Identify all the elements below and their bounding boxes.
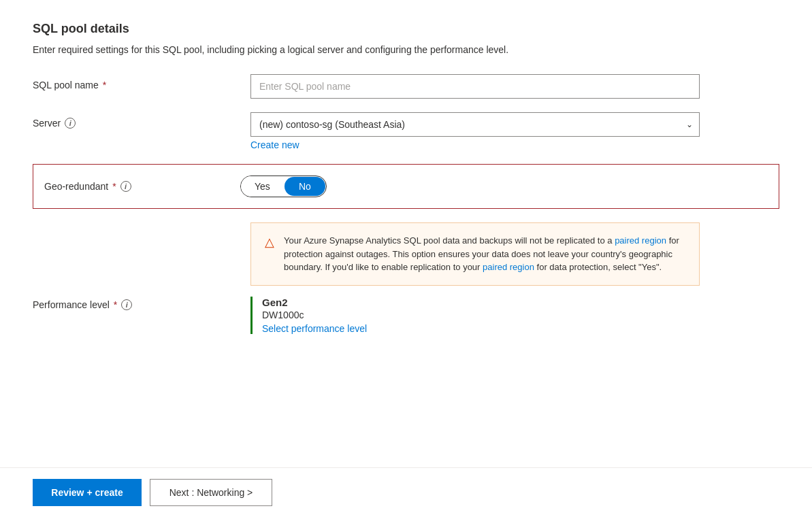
performance-level-row: Performance level * i Gen2 DW1000c Selec… — [33, 297, 779, 334]
next-networking-button[interactable]: Next : Networking > — [150, 479, 272, 506]
server-info-icon[interactable]: i — [65, 118, 76, 129]
geo-redundant-toggle[interactable]: Yes No — [240, 176, 327, 197]
review-create-button[interactable]: Review + create — [33, 479, 142, 506]
geo-redundant-required: * — [112, 181, 116, 192]
section-description: Enter required settings for this SQL poo… — [33, 44, 645, 55]
performance-info-icon[interactable]: i — [121, 299, 132, 310]
geo-redundant-row: Geo-redundant * i Yes No — [44, 176, 768, 197]
server-dropdown[interactable]: (new) contoso-sg (Southeast Asia) — [250, 112, 700, 137]
server-dropdown-wrapper: (new) contoso-sg (Southeast Asia) ⌄ — [250, 112, 700, 137]
performance-required: * — [114, 299, 117, 310]
pool-name-row: SQL pool name * — [33, 74, 779, 99]
section-title: SQL pool details — [33, 22, 779, 36]
select-performance-level-link[interactable]: Select performance level — [262, 323, 779, 334]
geo-redundant-warning: △ Your Azure Synapse Analytics SQL pool … — [250, 222, 700, 286]
geo-redundant-section: Geo-redundant * i Yes No — [33, 164, 779, 209]
performance-level-content: Gen2 DW1000c Select performance level — [250, 297, 779, 334]
footer: Review + create Next : Networking > — [0, 467, 812, 517]
geo-redundant-yes-option[interactable]: Yes — [241, 176, 284, 197]
server-label: Server i — [33, 112, 250, 129]
performance-gen: Gen2 — [262, 297, 779, 308]
geo-redundant-info-icon[interactable]: i — [120, 181, 131, 192]
pool-name-required: * — [103, 80, 106, 90]
warning-text: Your Azure Synapse Analytics SQL pool da… — [284, 234, 685, 274]
server-row: Server i (new) contoso-sg (Southeast Asi… — [33, 112, 779, 150]
pool-name-input[interactable] — [250, 74, 700, 99]
pool-name-input-wrapper — [250, 74, 700, 99]
warning-icon: △ — [265, 235, 274, 250]
create-new-link[interactable]: Create new — [250, 139, 299, 150]
performance-dw: DW1000c — [262, 310, 779, 320]
paired-region-link-2[interactable]: paired region — [483, 262, 534, 272]
performance-level-label: Performance level * i — [33, 297, 250, 310]
pool-name-label: SQL pool name * — [33, 74, 250, 90]
geo-redundant-label: Geo-redundant * i — [44, 181, 240, 192]
paired-region-link-1[interactable]: paired region — [615, 235, 666, 246]
server-input-wrapper: (new) contoso-sg (Southeast Asia) ⌄ Crea… — [250, 112, 700, 150]
geo-redundant-no-option[interactable]: No — [285, 177, 325, 196]
